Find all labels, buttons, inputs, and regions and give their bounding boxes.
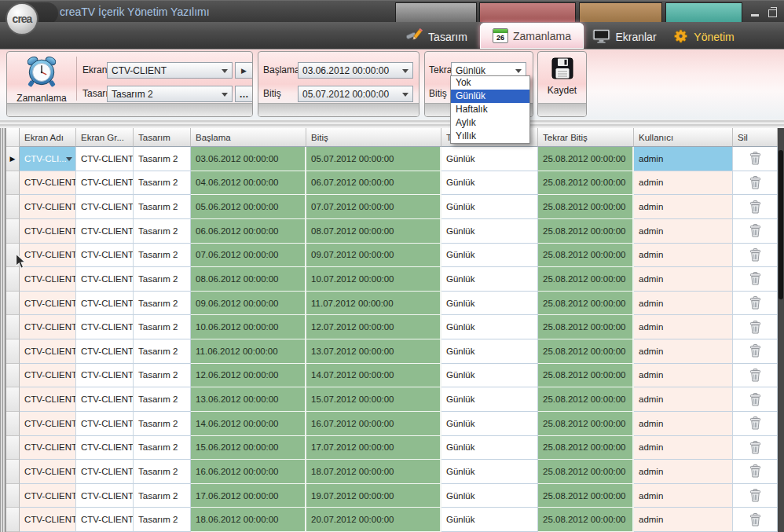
row-select-indicator[interactable]	[6, 412, 20, 436]
table-row[interactable]: CTV-CLIENTCTV-CLIENTTasarım 204.06.2012 …	[0, 171, 778, 196]
cell-tekrar-bitis[interactable]: 25.08.2012 00:00:00	[538, 315, 634, 339]
header-tekrar-bitis[interactable]: Tekrar Bitiş	[538, 128, 634, 147]
cell-tekrar-bitis[interactable]: 25.08.2012 00:00:00	[538, 171, 634, 196]
row-select-indicator[interactable]	[6, 508, 20, 532]
cell-baslama[interactable]: 05.06.2012 00:00:00	[191, 195, 306, 219]
cell-ekran-grubu[interactable]: CTV-CLIENT	[76, 219, 134, 244]
cell-kullanici[interactable]: admin	[634, 460, 733, 484]
cell-tasarim[interactable]: Tasarım 2	[134, 244, 191, 268]
cell-tekrar-bitis[interactable]: 25.08.2012 00:00:00	[538, 412, 634, 436]
cell-tekrar[interactable]: Günlük	[441, 292, 538, 316]
cell-baslama[interactable]: 13.06.2012 00:00:00	[191, 387, 306, 412]
cell-tasarim[interactable]: Tasarım 2	[134, 315, 191, 339]
row-select-indicator[interactable]	[6, 315, 20, 339]
cell-tekrar-bitis[interactable]: 25.08.2012 00:00:00	[538, 244, 634, 268]
cell-tekrar[interactable]: Günlük	[441, 484, 538, 508]
row-select-indicator[interactable]	[6, 484, 20, 508]
cell-baslama[interactable]: 04.06.2012 00:00:00	[191, 171, 306, 196]
delete-row-button[interactable]	[733, 460, 778, 484]
cell-tekrar-bitis[interactable]: 25.08.2012 00:00:00	[538, 292, 634, 316]
cell-baslama[interactable]: 14.06.2012 00:00:00	[191, 412, 306, 436]
cell-tekrar[interactable]: Günlük	[441, 267, 538, 292]
tab-ekranlar[interactable]: Ekranlar	[587, 25, 662, 49]
cell-ekran-adi[interactable]: CTV-CLIENT	[20, 436, 76, 460]
delete-row-button[interactable]	[733, 292, 778, 316]
cell-ekran-grubu[interactable]: CTV-CLIENT	[76, 484, 134, 508]
table-row[interactable]: CTV-CLIENTCTV-CLIENTTasarım 207.06.2012 …	[0, 244, 778, 268]
row-select-indicator[interactable]: ▶	[6, 147, 20, 171]
table-row[interactable]: CTV-CLIENTCTV-CLIENTTasarım 216.06.2012 …	[0, 460, 778, 484]
cell-bitis[interactable]: 10.07.2012 00:00:00	[306, 267, 441, 292]
delete-row-button[interactable]	[733, 147, 778, 171]
cell-bitis[interactable]: 09.07.2012 00:00:00	[306, 244, 441, 268]
cell-tekrar[interactable]: Günlük	[441, 412, 538, 436]
cell-tekrar[interactable]: Günlük	[441, 219, 538, 244]
more-options-button[interactable]: …	[235, 86, 253, 102]
trash-icon[interactable]	[749, 441, 761, 454]
table-row[interactable]: CTV-CLIENTCTV-CLIENTTasarım 206.06.2012 …	[0, 219, 778, 244]
trash-icon[interactable]	[749, 248, 761, 262]
trash-icon[interactable]	[749, 272, 761, 285]
cell-tekrar-bitis[interactable]: 25.08.2012 00:00:00	[538, 436, 634, 460]
cell-baslama[interactable]: 07.06.2012 00:00:00	[191, 244, 306, 268]
cell-kullanici[interactable]: admin	[634, 315, 733, 339]
header-ekran-adi[interactable]: Ekran Adı	[20, 128, 76, 147]
cell-bitis[interactable]: 19.07.2012 00:00:00	[306, 484, 441, 508]
table-row[interactable]: CTV-CLIENTCTV-CLIENTTasarım 205.06.2012 …	[0, 195, 778, 219]
cell-kullanici[interactable]: admin	[634, 364, 733, 388]
dropdown-option[interactable]: Günlük	[451, 90, 529, 103]
table-row[interactable]: CTV-CLIENTCTV-CLIENTTasarım 208.06.2012 …	[0, 267, 778, 292]
cell-ekran-grubu[interactable]: CTV-CLIENT	[76, 387, 134, 412]
cell-bitis[interactable]: 07.07.2012 00:00:00	[306, 195, 441, 219]
cell-ekran-adi[interactable]: CTV-CLIENT	[20, 460, 76, 484]
cell-ekran-adi[interactable]: CTV-CLIENT	[20, 315, 76, 339]
cell-ekran-adi[interactable]: CTV-CLIENT	[20, 195, 76, 219]
cell-ekran-adi[interactable]: CTV-CLIENT	[20, 171, 76, 196]
cell-kullanici[interactable]: admin	[634, 244, 733, 268]
trash-icon[interactable]	[749, 176, 761, 189]
row-select-indicator[interactable]	[6, 219, 20, 244]
table-row[interactable]: CTV-CLIENTCTV-CLIENTTasarım 212.06.2012 …	[0, 364, 778, 388]
cell-kullanici[interactable]: admin	[634, 292, 733, 316]
cell-ekran-grubu[interactable]: CTV-CLIENT	[76, 460, 134, 484]
cell-ekran-adi[interactable]: CTV-CLIENT	[20, 364, 76, 388]
cell-ekran-adi[interactable]: CTV-CLIENT	[20, 387, 76, 412]
cell-kullanici[interactable]: admin	[634, 339, 733, 364]
cell-ekran-grubu[interactable]: CTV-CLIENT	[76, 244, 134, 268]
scrollbar-thumb[interactable]	[779, 150, 783, 299]
header-tasarim[interactable]: Tasarım	[134, 128, 191, 147]
save-button[interactable]: Kaydet	[538, 53, 586, 104]
table-row[interactable]: CTV-CLIENTCTV-CLIENTTasarım 218.06.2012 …	[0, 508, 778, 532]
cell-tasarim[interactable]: Tasarım 2	[134, 508, 191, 532]
cell-tasarim[interactable]: Tasarım 2	[134, 460, 191, 484]
trash-icon[interactable]	[749, 200, 761, 214]
cell-kullanici[interactable]: admin	[634, 195, 733, 219]
delete-row-button[interactable]	[733, 195, 778, 219]
cell-tekrar-bitis[interactable]: 25.08.2012 00:00:00	[538, 195, 634, 219]
cell-bitis[interactable]: 08.07.2012 00:00:00	[306, 219, 441, 244]
row-select-indicator[interactable]	[6, 387, 20, 412]
cell-tekrar[interactable]: Günlük	[441, 147, 538, 171]
cell-tekrar-bitis[interactable]: 25.08.2012 00:00:00	[538, 387, 634, 412]
cell-ekran-adi[interactable]: CTV-CLIENT	[20, 244, 76, 268]
baslama-date-select[interactable]: 03.06.2012 00:00:00	[298, 62, 413, 79]
cell-tekrar[interactable]: Günlük	[441, 387, 538, 412]
cell-ekran-grubu[interactable]: CTV-CLIENT	[76, 147, 134, 171]
dropdown-option[interactable]: Yok	[451, 76, 529, 90]
dropdown-option[interactable]: Haftalık	[451, 103, 529, 116]
cell-ekran-adi[interactable]: CTV-CLIENT	[20, 219, 76, 244]
cell-bitis[interactable]: 05.07.2012 00:00:00	[306, 147, 441, 171]
cell-tasarim[interactable]: Tasarım 2	[134, 436, 191, 460]
cell-baslama[interactable]: 08.06.2012 00:00:00	[191, 267, 306, 292]
cell-bitis[interactable]: 06.07.2012 00:00:00	[306, 171, 441, 196]
cell-bitis[interactable]: 20.07.2012 00:00:00	[306, 508, 441, 532]
cell-ekran-grubu[interactable]: CTV-CLIENT	[76, 315, 134, 339]
delete-row-button[interactable]	[733, 339, 778, 364]
cell-tekrar-bitis[interactable]: 25.08.2012 00:00:00	[538, 267, 634, 292]
cell-ekran-adi[interactable]: CTV-CLIENT	[20, 412, 76, 436]
cell-baslama[interactable]: 12.06.2012 00:00:00	[191, 364, 306, 388]
cell-ekran-grubu[interactable]: CTV-CLIENT	[76, 364, 134, 388]
table-row[interactable]: CTV-CLIENTCTV-CLIENTTasarım 214.06.2012 …	[0, 412, 778, 436]
cell-ekran-grubu[interactable]: CTV-CLIENT	[76, 292, 134, 316]
delete-row-button[interactable]	[733, 244, 778, 268]
